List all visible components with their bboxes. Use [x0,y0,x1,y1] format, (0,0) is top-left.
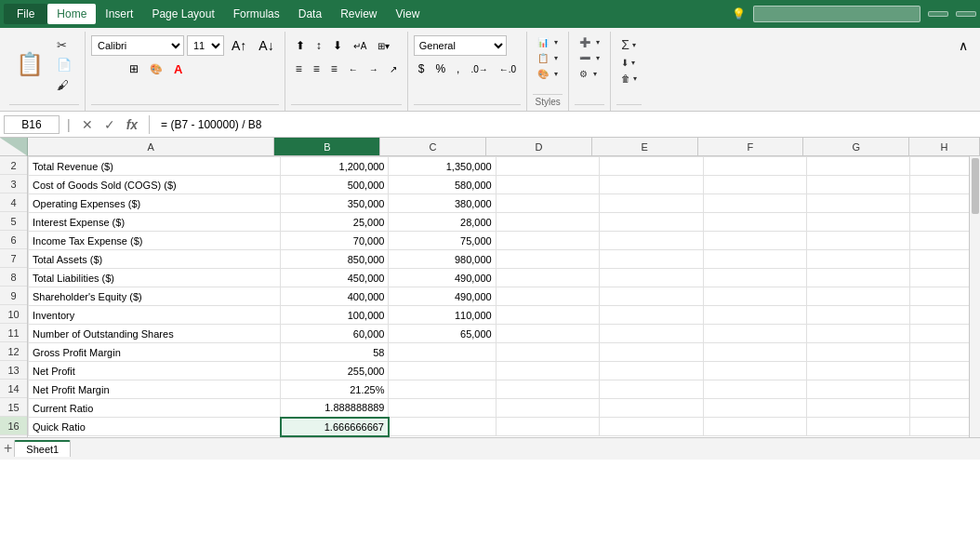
align-top-button[interactable]: ⬆ [291,35,310,56]
autosum-button[interactable]: Σ ▾ [616,35,641,54]
align-center-button[interactable]: ≡ [309,59,324,79]
cell-g4[interactable] [807,194,910,213]
align-bottom-button[interactable]: ⬇ [328,35,347,56]
cell-g11[interactable] [807,325,910,343]
format-button[interactable]: ⚙ ▾ [575,67,602,81]
cell-d7[interactable] [496,250,599,269]
menu-review[interactable]: Review [331,4,386,24]
col-header-e[interactable]: E [592,138,698,155]
row-header-15[interactable]: 15 [0,398,27,417]
menu-home[interactable]: Home [47,4,96,24]
paste-button[interactable]: 📋 [9,35,50,95]
increase-decimal-button[interactable]: .0→ [466,59,492,79]
cell-c5[interactable]: 28,000 [389,213,496,232]
cell-c14[interactable] [389,380,496,399]
cell-d2[interactable] [496,157,599,176]
row-header-13[interactable]: 13 [0,361,27,380]
fill-button[interactable]: ⬇ ▾ [616,56,640,70]
cell-f4[interactable] [703,194,806,213]
cell-a2[interactable]: Total Revenue ($) [29,157,281,176]
cell-c11[interactable]: 65,000 [389,325,496,343]
cell-a5[interactable]: Interest Expense ($) [29,213,281,232]
cell-a14[interactable]: Net Profit Margin [29,380,281,399]
cell-b13[interactable]: 255,000 [281,362,389,380]
cell-c6[interactable]: 75,000 [389,232,496,250]
cell-e13[interactable] [600,362,703,380]
cell-d14[interactable] [496,380,599,399]
cell-c12[interactable] [389,343,496,362]
font-color-button[interactable]: A [169,59,187,79]
col-header-a[interactable]: A [28,138,274,155]
cell-c9[interactable]: 490,000 [389,287,496,306]
cell-e2[interactable] [600,157,703,176]
cell-f10[interactable] [703,306,806,325]
cell-a15[interactable]: Current Ratio [29,399,281,418]
cell-a11[interactable]: Number of Outstanding Shares [29,325,281,343]
cell-e7[interactable] [600,250,703,269]
cell-e4[interactable] [600,194,703,213]
cancel-formula-button[interactable]: ✕ [78,115,97,134]
cell-e16[interactable] [600,418,703,436]
cell-e11[interactable] [600,325,703,343]
cell-b4[interactable]: 350,000 [281,194,389,213]
cell-f12[interactable] [703,343,806,362]
cell-d8[interactable] [496,269,599,287]
formula-input[interactable] [157,118,976,131]
percent-button[interactable]: % [430,59,450,79]
align-right-button[interactable]: ≡ [326,59,342,79]
cell-g12[interactable] [807,343,910,362]
row-header-16[interactable]: 16 [0,417,27,435]
cell-a7[interactable]: Total Assets ($) [29,250,281,269]
cell-g13[interactable] [807,362,910,380]
insert-button[interactable]: ➕ ▾ [575,35,604,49]
cell-f7[interactable] [703,250,806,269]
cell-g6[interactable] [807,232,910,250]
underline-button[interactable] [113,59,123,79]
format-painter-button[interactable]: 🖌 [52,76,79,94]
cell-d16[interactable] [496,418,599,436]
col-header-c[interactable]: C [380,138,486,155]
cell-d11[interactable] [496,325,599,343]
cell-g5[interactable] [807,213,910,232]
row-header-6[interactable]: 6 [0,231,27,249]
cell-a12[interactable]: Gross Profit Margin [29,343,281,362]
cell-a8[interactable]: Total Liabilities ($) [29,269,281,287]
cell-a13[interactable]: Net Profit [29,362,281,380]
cell-f13[interactable] [703,362,806,380]
cell-f5[interactable] [703,213,806,232]
row-header-8[interactable]: 8 [0,268,27,287]
cell-b11[interactable]: 60,000 [281,325,389,343]
cell-g15[interactable] [807,399,910,418]
cell-b12[interactable]: 58 [281,343,389,362]
cell-g14[interactable] [807,380,910,399]
decrease-decimal-button[interactable]: ←.0 [495,59,521,79]
wrap-text-button[interactable]: ↵A [349,35,372,56]
search-input[interactable] [753,6,920,22]
scrollbar-thumb[interactable] [972,158,979,214]
italic-button[interactable] [102,59,112,79]
col-header-h[interactable]: H [909,138,980,155]
comma-button[interactable]: , [452,59,464,79]
cell-c13[interactable] [389,362,496,380]
cell-d15[interactable] [496,399,599,418]
cell-f9[interactable] [703,287,806,306]
font-size-select[interactable]: 11 [187,35,224,56]
menu-page-layout[interactable]: Page Layout [142,4,223,24]
cell-b10[interactable]: 100,000 [281,306,389,325]
cell-styles-button[interactable]: 🎨 ▾ [533,67,563,81]
menu-insert[interactable]: Insert [96,4,142,24]
row-header-4[interactable]: 4 [0,193,27,212]
cell-b3[interactable]: 500,000 [281,176,389,194]
col-header-g[interactable]: G [803,138,909,155]
col-header-d[interactable]: D [486,138,592,155]
cell-f15[interactable] [703,399,806,418]
cell-e9[interactable] [600,287,703,306]
row-header-7[interactable]: 7 [0,249,27,268]
cell-f16[interactable] [703,418,806,436]
align-left-button[interactable]: ≡ [291,59,307,79]
cell-f2[interactable] [703,157,806,176]
cell-c4[interactable]: 380,000 [389,194,496,213]
cell-f14[interactable] [703,380,806,399]
confirm-formula-button[interactable]: ✓ [100,115,119,134]
vertical-scrollbar[interactable] [969,156,980,437]
